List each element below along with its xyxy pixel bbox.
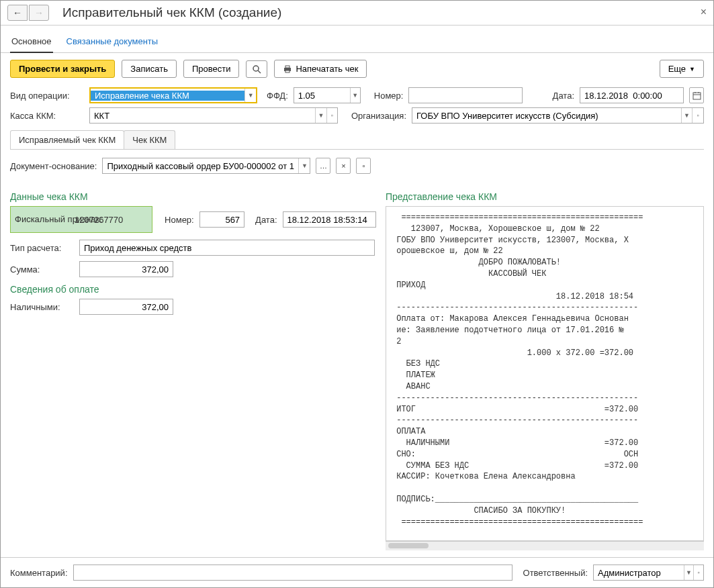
org-dropdown-icon[interactable]: ▼	[681, 108, 693, 123]
docbase-select-button[interactable]: …	[316, 158, 330, 174]
ffd-field[interactable]: ▼	[294, 87, 361, 103]
kkm-dropdown-icon[interactable]: ▼	[315, 108, 326, 123]
footer: Комментарий: Ответственный: ▼ ▫	[1, 557, 713, 587]
chk-date-field[interactable]	[283, 211, 377, 228]
chk-num-label: Номер:	[165, 215, 194, 225]
row-fiscal: Фискальный признак: 1207267770 Номер: Да…	[10, 206, 376, 233]
post-close-button[interactable]: Провести и закрыть	[10, 60, 115, 78]
receipt-scrollbar[interactable]	[386, 541, 704, 550]
sum-label: Сумма:	[10, 264, 74, 275]
fiscal-value: 1207267770	[75, 215, 123, 225]
chk-date-label: Дата:	[255, 215, 277, 225]
num-input[interactable]	[409, 91, 522, 101]
resp-open-icon[interactable]: ▫	[693, 565, 703, 580]
date-field[interactable]	[580, 87, 684, 103]
chk-date-input[interactable]	[283, 215, 376, 225]
svg-rect-5	[693, 93, 701, 99]
cash-field[interactable]	[79, 299, 173, 315]
subtab-corrected[interactable]: Исправляемый чек ККМ	[10, 130, 124, 149]
pay-title: Сведения об оплате	[10, 284, 376, 295]
kkm-field[interactable]: ▼ ▫	[89, 107, 338, 124]
resp-field[interactable]: ▼ ▫	[593, 565, 704, 581]
close-icon[interactable]: ×	[701, 6, 707, 18]
kkm-input[interactable]	[90, 111, 315, 121]
comment-field[interactable]	[73, 565, 512, 581]
svg-line-1	[258, 70, 261, 73]
sub-tabs: Исправляемый чек ККМ Чек ККМ	[10, 130, 704, 150]
toolbar: Провести и закрыть Записать Провести Нап…	[1, 53, 713, 85]
svg-rect-4	[285, 70, 289, 72]
chk-num-field[interactable]	[199, 211, 244, 228]
svg-rect-3	[285, 66, 289, 68]
post-button[interactable]: Провести	[183, 60, 240, 78]
window-title: Исправительный чек ККМ (создание)	[62, 5, 281, 20]
tab-main[interactable]: Основное	[10, 32, 53, 53]
docbase-input[interactable]	[103, 161, 298, 171]
docbase-dropdown-icon[interactable]: ▼	[298, 158, 310, 173]
num-label: Номер:	[374, 91, 404, 101]
op-field[interactable]: ▼	[89, 87, 257, 103]
check-data-title: Данные чека ККМ	[10, 191, 376, 202]
search-icon	[252, 64, 261, 74]
main-window: ← → Исправительный чек ККМ (создание) × …	[0, 0, 714, 588]
cash-label: Наличными:	[10, 302, 74, 312]
op-dropdown-icon[interactable]: ▼	[244, 89, 256, 102]
receipt-title: Представление чека ККМ	[386, 191, 704, 202]
op-input[interactable]	[91, 91, 244, 101]
more-button[interactable]: Еще ▼	[660, 60, 704, 78]
form-area: Вид операции: ▼ ФФД: ▼ Номер: Дата:	[1, 85, 713, 181]
svg-point-0	[253, 66, 259, 71]
org-field[interactable]: ▼ ▫	[412, 107, 704, 124]
subtab-check[interactable]: Чек ККМ	[124, 130, 175, 149]
left-column: Данные чека ККМ Фискальный признак: 1207…	[10, 187, 376, 550]
docbase-clear-button[interactable]: ×	[336, 158, 351, 174]
nav-back-button[interactable]: ←	[7, 5, 28, 21]
date-label: Дата:	[553, 91, 574, 101]
chk-num-input[interactable]	[200, 215, 244, 225]
type-label: Тип расчета:	[10, 243, 74, 253]
kkm-open-icon[interactable]: ▫	[326, 108, 337, 123]
fiscal-label: Фискальный признак:	[15, 214, 72, 225]
row-sum: Сумма:	[10, 261, 376, 277]
type-input[interactable]	[80, 243, 374, 253]
date-input[interactable]	[580, 91, 683, 101]
save-button[interactable]: Записать	[122, 60, 177, 78]
right-column: Представление чека ККМ =================…	[386, 187, 704, 550]
row-kkm: Касса ККМ: ▼ ▫ Организация: ▼ ▫	[10, 107, 704, 124]
kkm-label: Касса ККМ:	[10, 111, 84, 121]
tab-related[interactable]: Связанные документы	[65, 32, 160, 52]
more-label: Еще	[668, 64, 686, 74]
ffd-dropdown-icon[interactable]: ▼	[350, 88, 360, 103]
ffd-label: ФФД:	[267, 91, 288, 101]
resp-dropdown-icon[interactable]: ▼	[684, 565, 694, 580]
calendar-icon	[693, 91, 701, 100]
sum-input[interactable]	[80, 264, 173, 275]
print-button[interactable]: Напечатать чек	[274, 60, 367, 78]
nav-buttons: ← →	[7, 5, 49, 21]
main-tabs: Основное Связанные документы	[1, 26, 713, 53]
row-cash: Наличными:	[10, 299, 376, 315]
comment-label: Комментарий:	[10, 568, 68, 578]
docbase-field[interactable]: ▼	[102, 158, 310, 174]
nav-forward-button[interactable]: →	[29, 5, 49, 21]
chevron-down-icon: ▼	[689, 66, 695, 72]
docbase-label: Документ-основание:	[10, 161, 97, 171]
search-button[interactable]	[246, 60, 267, 78]
cash-input[interactable]	[80, 302, 173, 312]
ffd-input[interactable]	[294, 91, 350, 101]
docbase-open-button[interactable]: ▫	[356, 158, 371, 174]
type-field[interactable]	[79, 240, 375, 256]
row-type: Тип расчета:	[10, 240, 376, 256]
org-input[interactable]	[412, 111, 681, 121]
sum-field[interactable]	[79, 261, 173, 277]
content-split: Данные чека ККМ Фискальный признак: 1207…	[1, 181, 713, 557]
row-docbase: Документ-основание: ▼ … × ▫	[10, 158, 704, 174]
calendar-button[interactable]	[689, 87, 704, 103]
num-field[interactable]	[408, 87, 523, 103]
org-open-icon[interactable]: ▫	[692, 108, 703, 123]
resp-input[interactable]	[594, 568, 684, 578]
resp-label: Ответственный:	[523, 568, 588, 578]
receipt-preview[interactable]: ========================================…	[386, 206, 704, 541]
titlebar: ← → Исправительный чек ККМ (создание) ×	[1, 1, 713, 26]
comment-input[interactable]	[74, 568, 512, 578]
